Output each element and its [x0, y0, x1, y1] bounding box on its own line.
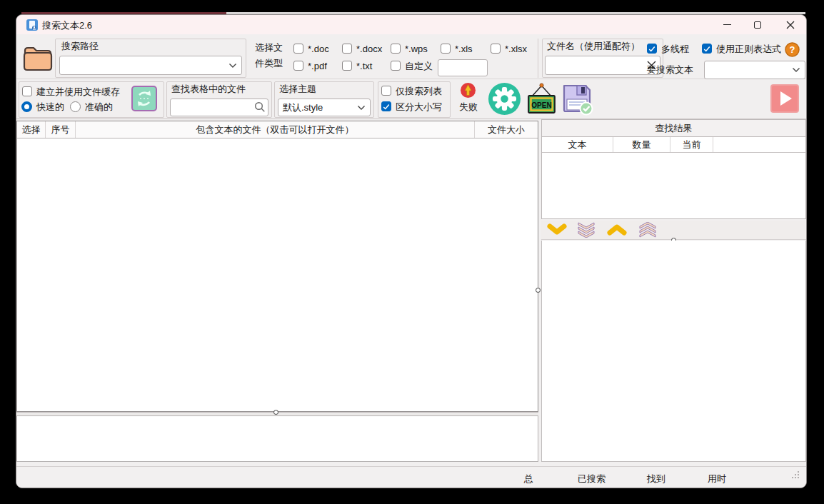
save-button[interactable]	[560, 81, 594, 116]
filetype-doc-checkbox[interactable]: *.doc	[293, 44, 329, 54]
close-icon	[786, 21, 795, 29]
theme-label: 选择主题	[279, 84, 316, 95]
filetype-txt-checkbox[interactable]: *.txt	[342, 61, 372, 71]
radio-unselected	[70, 101, 81, 112]
svg-text:?: ?	[790, 44, 795, 55]
checkbox-label: *.txt	[356, 61, 372, 71]
triple-chevron-down-icon	[576, 222, 596, 238]
col-text[interactable]: 文本	[542, 137, 613, 152]
last-result-button[interactable]	[576, 222, 596, 241]
resize-grip-icon[interactable]	[792, 477, 793, 478]
refresh-cache-button[interactable]	[131, 85, 157, 112]
app-window: 搜索文本2.6 搜索路径	[16, 14, 807, 488]
list-only-checkbox[interactable]: 仅搜索列表	[381, 86, 442, 96]
play-icon	[770, 84, 799, 113]
checkbox-label: *.docx	[356, 44, 382, 54]
col-select[interactable]: 选择	[17, 121, 46, 138]
accurate-radio[interactable]: 准确的	[70, 101, 113, 112]
custom-type-input[interactable]	[438, 59, 488, 76]
checkbox-label: *.xls	[455, 44, 473, 54]
fail-status-icon	[460, 82, 476, 99]
file-type-label-line2: 件类型	[255, 58, 283, 69]
checkbox-label: *.doc	[308, 44, 329, 54]
checkbox-box-checked	[381, 101, 391, 111]
col-current[interactable]: 当前	[670, 137, 713, 152]
table-filter-label: 查找表格中的文件	[171, 84, 246, 95]
results-table-header: 文本 数量 当前	[542, 137, 805, 153]
col-size[interactable]: 文件大小	[475, 121, 538, 138]
open-file-button[interactable]: OPEN	[526, 82, 558, 116]
open-sign-icon: OPEN	[526, 82, 558, 116]
maximize-icon	[754, 21, 761, 29]
filetype-docx-checkbox[interactable]: *.docx	[342, 44, 382, 54]
desktop-background: 搜索文本2.6 搜索路径	[0, 0, 824, 504]
checkbox-label: 区分大小写	[396, 101, 442, 112]
checkbox-box	[381, 86, 391, 96]
minimize-button[interactable]	[712, 15, 742, 34]
status-bar: 总 已搜索 找到 用时	[16, 466, 807, 488]
settings-button[interactable]	[488, 82, 521, 116]
browse-folder-button[interactable]	[22, 42, 54, 72]
results-title: 查找结果	[655, 122, 693, 135]
filetype-custom-checkbox[interactable]: 自定义	[391, 61, 433, 71]
maximize-button[interactable]	[743, 15, 773, 34]
search-text-combobox[interactable]	[704, 61, 805, 79]
checkbox-box	[342, 44, 352, 54]
file-table-body[interactable]	[17, 138, 538, 411]
refresh-icon	[131, 85, 157, 112]
col-count[interactable]: 数量	[613, 137, 670, 152]
help-icon[interactable]: ?	[785, 42, 800, 57]
fail-status-label: 失败	[457, 101, 480, 113]
file-type-label-line1: 选择文	[255, 42, 283, 54]
splitter-grip-icon[interactable]	[273, 410, 278, 415]
search-icon	[254, 101, 266, 113]
filetype-pdf-checkbox[interactable]: *.pdf	[293, 61, 327, 71]
col-index[interactable]: 序号	[46, 121, 76, 138]
results-table-body[interactable]	[542, 153, 805, 218]
close-button[interactable]	[775, 15, 806, 34]
results-table[interactable]: 文本 数量 当前	[541, 136, 806, 219]
chevron-down-icon	[228, 63, 237, 69]
next-result-button[interactable]	[547, 223, 567, 238]
floppy-save-icon	[560, 81, 594, 116]
filetype-xls-checkbox[interactable]: *.xls	[441, 44, 473, 54]
previous-result-button[interactable]	[607, 223, 627, 238]
multithread-checkbox[interactable]: 多线程	[647, 44, 689, 54]
match-detail-panel[interactable]	[541, 241, 806, 462]
file-table[interactable]: 选择 序号 包含文本的文件（双击可以打开文件） 文件大小	[16, 121, 538, 412]
checkbox-box	[441, 44, 451, 54]
filename-input[interactable]	[545, 56, 660, 75]
search-path-combobox[interactable]	[59, 56, 242, 75]
col-file[interactable]: 包含文本的文件（双击可以打开文件）	[76, 121, 475, 138]
preview-panel[interactable]	[16, 415, 538, 462]
file-cache-checkbox[interactable]: 建立并使用文件缓存	[22, 86, 120, 97]
checkbox-box	[22, 86, 32, 96]
chevron-down-icon	[792, 67, 800, 73]
radio-label: 准确的	[85, 101, 113, 112]
checkbox-box-checked	[702, 44, 712, 54]
start-search-button[interactable]	[770, 84, 799, 113]
radio-label: 快速的	[36, 101, 64, 112]
splitter-grip-icon[interactable]	[536, 288, 541, 293]
checkbox-label: 多线程	[661, 44, 689, 54]
checkbox-box	[342, 61, 352, 71]
gear-icon	[488, 82, 521, 116]
case-sensitive-checkbox[interactable]: 区分大小写	[381, 101, 442, 112]
folder-icon	[22, 42, 54, 72]
fast-radio[interactable]: 快速的	[21, 101, 64, 112]
filetype-xlsx-checkbox[interactable]: *.xlsx	[491, 44, 527, 54]
app-icon	[26, 19, 38, 31]
status-found: 找到	[647, 473, 665, 485]
checkbox-box	[293, 44, 303, 54]
titlebar[interactable]: 搜索文本2.6	[16, 15, 807, 34]
triple-chevron-up-icon	[638, 222, 658, 238]
search-text-label: 要搜索文本	[647, 64, 693, 76]
chevron-down-solid-icon	[547, 223, 567, 236]
filetype-wps-checkbox[interactable]: *.wps	[391, 44, 428, 54]
regex-checkbox[interactable]: 使用正则表达式	[702, 44, 781, 54]
theme-value: 默认.style	[283, 101, 323, 114]
theme-combobox[interactable]: 默认.style	[278, 99, 371, 116]
toolbar-divider	[538, 39, 538, 78]
status-time: 用时	[708, 473, 726, 485]
first-result-button[interactable]	[638, 222, 658, 241]
